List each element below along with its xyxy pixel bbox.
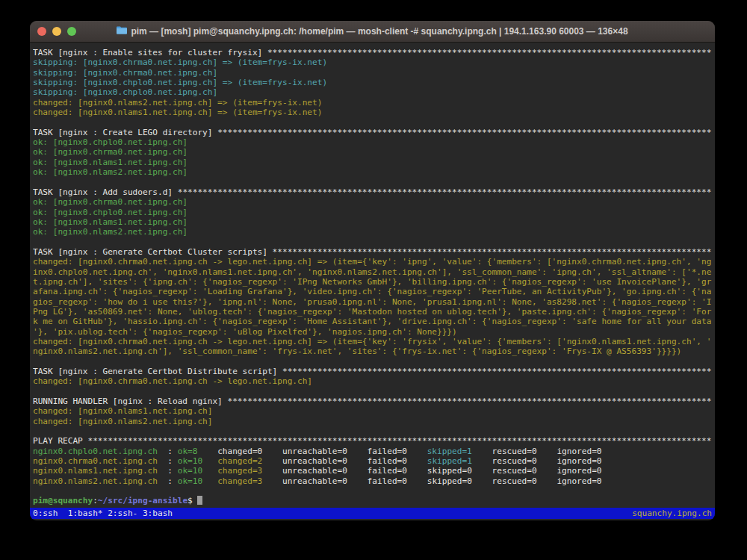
terminal-text-segment: skipping: [nginx0.chrma0.net.ipng.ch] [33,68,217,78]
terminal-text-segment: RUNNING HANDLER [nginx : Reload nginx] [33,396,227,406]
close-button[interactable] [37,27,46,36]
terminal-text-segment: ok: [nginx0.nlams1.net.ipng.ch] [33,158,187,167]
terminal-text-segment [537,456,557,466]
terminal-text-segment: inx0.chplo0.net.ipng.ch', 'nginx0.nlams1… [33,267,711,277]
minimize-button[interactable] [52,27,61,36]
terminal-line: changed: [nginx0.chrma0.net.ipng.ch -> l… [33,337,713,346]
terminal-text-segment [407,456,427,466]
terminal-window: pim — [mosh] pim@squanchy.ipng.ch: /home… [30,21,715,520]
terminal-text-segment: changed: [nginx0.nlams1.net.ipng.ch] [33,406,212,416]
terminal-line: ok: [nginx0.nlams2.net.ipng.ch] [33,167,713,177]
terminal-line [33,486,713,496]
terminal-text-segment: unreachable=0 [282,447,347,456]
terminal-line: Png LG'}, 'as50869.net': None, 'ublog.te… [33,307,713,317]
terminal-text-segment: ignored=0 [557,456,601,466]
terminal-line [33,237,713,247]
terminal-text-segment: skipping: [nginx0.chplo0.net.ipng.ch] [33,87,217,97]
terminal-line: changed: [nginx0.nlams2.net.ipng.ch] [33,417,713,426]
terminal-text-segment: unreachable=0 [282,456,347,466]
terminal-text-segment: k me on GitHub'}, 'hassio.ipng.ch': {'na… [33,317,711,326]
terminal-text-segment: nginx0.nlams1.net.ipng.ch [33,466,158,476]
terminal-text-segment: rescued=0 [492,476,537,486]
terminal-text-segment: changed=0 [217,447,262,456]
terminal-text-segment: PLAY RECAP [33,436,87,446]
terminal-line: changed: [nginx0.nlams2.net.ipng.ch] => … [33,98,713,108]
terminal-text-segment: t.ipng.ch'], 'sites': {'ipng.ch': {'nagi… [33,277,711,287]
terminal-output[interactable]: TASK [nginx : Enable sites for cluster f… [30,43,715,508]
terminal-text-segment [472,466,492,476]
terminal-line: TASK [nginx : Add sudoers.d] ***********… [33,187,713,197]
terminal-text-segment: nginx0.nlams2.net.ipng.ch'], 'ssl_common… [33,346,681,356]
terminal-line: gios_regexp': 'how do i use this?'}, 'ip… [33,297,713,307]
terminal-text-segment: nginx0.nlams2.net.ipng.ch [33,476,158,486]
terminal-text-segment: skipping: [nginx0.chplo0.net.ipng.ch] =>… [33,78,327,87]
terminal-line: k me on GitHub'}, 'hassio.ipng.ch': {'na… [33,317,713,326]
terminal-line: inx0.chplo0.net.ipng.ch', 'nginx0.nlams1… [33,267,713,277]
terminal-text-segment: ****************************************… [227,396,711,406]
terminal-text-segment [537,447,557,456]
terminal-text-segment: failed=0 [368,466,407,476]
terminal-text-segment [407,447,427,456]
terminal-line: ok: [nginx0.nlams1.net.ipng.ch] [33,158,713,167]
terminal-text-segment: ignored=0 [557,466,601,476]
terminal-line: t.ipng.ch'], 'sites': {'ipng.ch': {'nagi… [33,277,713,287]
folder-icon [117,26,127,37]
terminal-text-segment: : [158,447,178,456]
terminal-line: skipping: [nginx0.chrma0.net.ipng.ch] =>… [33,57,713,67]
terminal-text-segment: ****************************************… [178,187,712,197]
terminal-line: skipping: [nginx0.chplo0.net.ipng.ch] [33,87,713,97]
terminal-line: '}, 'pix.ublog.tech': {'nagios_regexp': … [33,327,713,337]
terminal-text-segment [347,456,368,466]
terminal-line: nginx0.nlams2.net.ipng.ch'], 'ssl_common… [33,346,713,356]
window-title-text: pim — [mosh] pim@squanchy.ipng.ch: /home… [131,26,627,37]
terminal-text-segment [347,466,368,476]
terminal-text-segment: skipped=0 [427,476,472,486]
terminal-text-segment: failed=0 [368,476,407,486]
terminal-line: ok: [nginx0.chplo0.net.ipng.ch] [33,137,713,147]
window-titlebar[interactable]: pim — [mosh] pim@squanchy.ipng.ch: /home… [30,21,715,43]
terminal-text-segment [347,447,368,456]
terminal-text-segment: ok: [nginx0.chplo0.net.ipng.ch] [33,137,187,147]
terminal-line: ok: [nginx0.nlams1.net.ipng.ch] [33,217,713,227]
terminal-text-segment [407,466,427,476]
terminal-text-segment: ignored=0 [557,447,601,456]
cursor [197,496,202,505]
terminal-text-segment: TASK [nginx : Generate Certbot Cluster s… [33,247,273,257]
terminal-text-segment: failed=0 [368,456,407,466]
terminal-text-segment [202,466,217,476]
terminal-text-segment: rescued=0 [492,466,537,476]
zoom-button[interactable] [67,27,76,36]
terminal-text-segment [472,447,492,456]
terminal-line: nginx0.nlams1.net.ipng.ch : ok=10 change… [33,466,713,476]
terminal-text-segment [472,476,492,486]
terminal-text-segment: ok: [nginx0.chrma0.net.ipng.ch] [33,197,187,207]
terminal-line: nginx0.chplo0.net.ipng.ch : ok=8 changed… [33,447,713,456]
terminal-text-segment [262,456,282,466]
terminal-text-segment: skipped=1 [427,447,472,456]
terminal-text-segment: rescued=0 [492,456,537,466]
terminal-text-segment: ok=10 [178,466,202,476]
terminal-line: ok: [nginx0.chplo0.net.ipng.ch] [33,208,713,217]
terminal-line: TASK [nginx : Create LEGO directory] ***… [33,128,713,137]
terminal-line: afana.ipng.ch': {'nagios_regexp': 'Loadi… [33,287,713,296]
terminal-text-segment: changed: [nginx0.chrma0.net.ipng.ch -> l… [33,337,711,346]
terminal-text-segment: TASK [nginx : Add sudoers.d] [33,187,178,197]
terminal-text-segment: changed=3 [217,476,262,486]
terminal-text-segment [472,456,492,466]
terminal-text-segment: skipped=0 [427,466,472,476]
terminal-line [33,117,713,127]
terminal-line: skipping: [nginx0.chplo0.net.ipng.ch] =>… [33,78,713,87]
prompt-line: pim@squanchy:~/src/ipng-ansible$ [33,496,713,505]
terminal-text-segment: changed: [nginx0.nlams1.net.ipng.ch] => … [33,108,322,117]
terminal-line [33,387,713,396]
terminal-text-segment: : [93,496,98,505]
terminal-text-segment: changed: [nginx0.chrma0.net.ipng.ch -> l… [33,376,312,386]
terminal-text-segment: ok: [nginx0.nlams1.net.ipng.ch] [33,217,187,227]
terminal-line [33,177,713,187]
terminal-text-segment [537,476,557,486]
terminal-text-segment: ok=10 [178,476,202,486]
terminal-text-segment: ****************************************… [87,436,711,446]
terminal-text-segment: : [158,476,178,486]
terminal-text-segment: ok=8 [178,447,198,456]
terminal-line: TASK [nginx : Generate Certbot Cluster s… [33,247,713,257]
